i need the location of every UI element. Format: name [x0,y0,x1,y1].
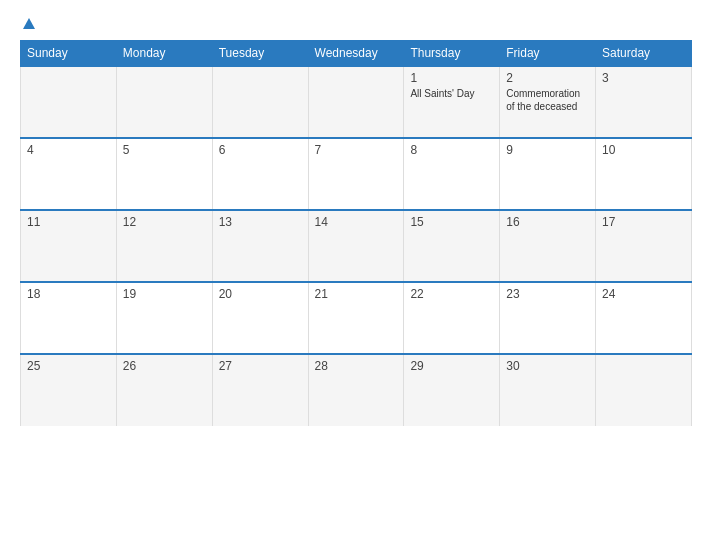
calendar-cell [596,354,692,426]
day-number: 6 [219,143,302,157]
calendar-cell: 29 [404,354,500,426]
calendar-cell: 19 [116,282,212,354]
calendar-cell: 25 [21,354,117,426]
calendar-cell: 12 [116,210,212,282]
calendar-week-5: 252627282930 [21,354,692,426]
calendar-cell: 10 [596,138,692,210]
header [20,18,692,30]
day-number: 4 [27,143,110,157]
calendar-week-1: 1All Saints' Day2Commemoration of the de… [21,66,692,138]
calendar-cell [308,66,404,138]
calendar-cell: 22 [404,282,500,354]
day-header-thursday: Thursday [404,41,500,67]
day-header-wednesday: Wednesday [308,41,404,67]
day-number: 16 [506,215,589,229]
day-header-friday: Friday [500,41,596,67]
calendar-cell: 23 [500,282,596,354]
calendar-cell: 26 [116,354,212,426]
calendar-cell: 4 [21,138,117,210]
calendar-cell: 8 [404,138,500,210]
day-number: 18 [27,287,110,301]
calendar-cell: 2Commemoration of the deceased [500,66,596,138]
day-number: 10 [602,143,685,157]
days-header-row: SundayMondayTuesdayWednesdayThursdayFrid… [21,41,692,67]
day-number: 20 [219,287,302,301]
day-number: 22 [410,287,493,301]
day-number: 15 [410,215,493,229]
calendar-cell [116,66,212,138]
day-number: 14 [315,215,398,229]
day-header-tuesday: Tuesday [212,41,308,67]
calendar-cell: 17 [596,210,692,282]
calendar-cell: 7 [308,138,404,210]
calendar-week-3: 11121314151617 [21,210,692,282]
calendar-cell [21,66,117,138]
day-number: 8 [410,143,493,157]
day-header-saturday: Saturday [596,41,692,67]
day-number: 27 [219,359,302,373]
calendar-cell: 11 [21,210,117,282]
day-number: 24 [602,287,685,301]
calendar-cell: 9 [500,138,596,210]
logo [20,18,35,30]
day-number: 13 [219,215,302,229]
calendar-cell: 20 [212,282,308,354]
calendar-cell: 14 [308,210,404,282]
day-number: 3 [602,71,685,85]
calendar-cell: 21 [308,282,404,354]
day-number: 25 [27,359,110,373]
day-header-sunday: Sunday [21,41,117,67]
calendar-cell: 3 [596,66,692,138]
calendar-cell: 5 [116,138,212,210]
day-number: 1 [410,71,493,85]
calendar-cell: 13 [212,210,308,282]
calendar-cell: 27 [212,354,308,426]
logo-bottom [20,18,35,30]
day-number: 28 [315,359,398,373]
day-number: 23 [506,287,589,301]
day-number: 17 [602,215,685,229]
calendar-cell: 16 [500,210,596,282]
calendar-cell: 15 [404,210,500,282]
calendar-event: Commemoration of the deceased [506,87,589,113]
day-number: 30 [506,359,589,373]
calendar-event: All Saints' Day [410,87,493,100]
day-number: 11 [27,215,110,229]
day-header-monday: Monday [116,41,212,67]
day-number: 2 [506,71,589,85]
calendar-cell: 30 [500,354,596,426]
calendar-cell: 28 [308,354,404,426]
calendar-week-4: 18192021222324 [21,282,692,354]
day-number: 26 [123,359,206,373]
calendar-week-2: 45678910 [21,138,692,210]
calendar-page: SundayMondayTuesdayWednesdayThursdayFrid… [0,0,712,550]
day-number: 29 [410,359,493,373]
day-number: 12 [123,215,206,229]
calendar-cell [212,66,308,138]
calendar-cell: 18 [21,282,117,354]
calendar-cell: 24 [596,282,692,354]
logo-triangle-icon [23,18,35,29]
day-number: 7 [315,143,398,157]
day-number: 21 [315,287,398,301]
calendar-cell: 6 [212,138,308,210]
day-number: 19 [123,287,206,301]
calendar-cell: 1All Saints' Day [404,66,500,138]
day-number: 9 [506,143,589,157]
day-number: 5 [123,143,206,157]
calendar-table: SundayMondayTuesdayWednesdayThursdayFrid… [20,40,692,426]
